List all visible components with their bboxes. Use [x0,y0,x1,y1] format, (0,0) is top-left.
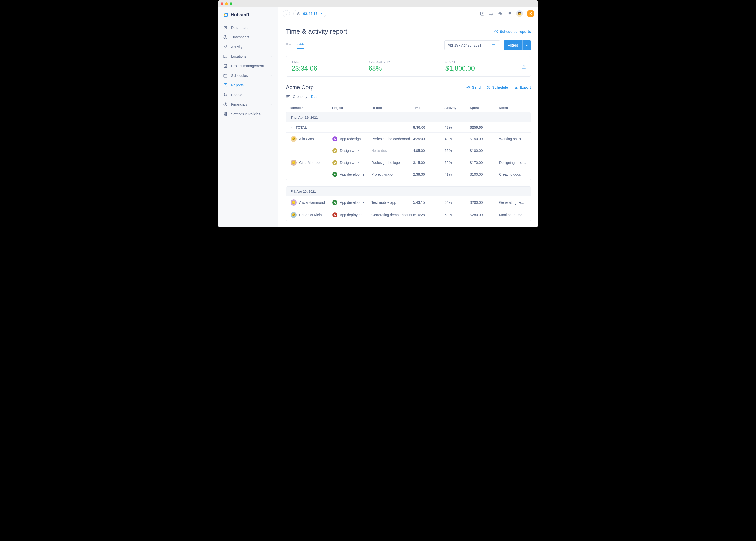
svg-rect-3 [224,74,227,77]
cell-spent: $170.00 [470,161,499,165]
group-by-value-text: Date [311,95,318,99]
sidebar: Hubstaff DashboardTimesheetsActivityLoca… [218,7,278,227]
svg-point-18 [508,13,508,14]
window-maximize-dot[interactable] [230,2,232,5]
collapse-toggle[interactable] [291,126,294,129]
total-spent: $250.00 [470,125,499,130]
cell-todo: Test mobile app [372,201,413,205]
sidebar-item-reports[interactable]: Reports [218,80,278,90]
member-name: Alicia Hammond [299,201,325,205]
project-badge: A [332,136,337,141]
chevron-right-icon [270,74,272,77]
sidebar-item-label: Schedules [231,74,270,78]
apps-grid-icon[interactable] [507,11,512,16]
cell-spent: $100.00 [470,149,499,153]
col-activity: Activity [444,106,470,110]
clipboard-check-icon [223,64,228,68]
cell-member: 🙂Alin Gros [291,136,332,142]
sidebar-item-project-management[interactable]: Project management [218,61,278,71]
cell-time: 2:38:36 [413,173,445,177]
window-close-dot[interactable] [221,2,223,5]
gift-icon[interactable] [498,11,503,16]
schedule-action[interactable]: Schedule [487,86,508,90]
sidebar-item-activity[interactable]: Activity [218,42,278,52]
svg-point-21 [508,15,508,15]
timer-value: 02:44:15 [303,12,317,16]
cell-activity: 52% [445,161,470,165]
filters-button[interactable]: Filters [504,40,531,50]
scheduled-reports-link[interactable]: Scheduled reports [494,30,531,34]
sidebar-item-settings-policies[interactable]: Settings & Policies [218,109,278,119]
calendar-icon [223,73,228,78]
chevron-right-icon [270,84,272,87]
chevron-right-icon [270,94,272,96]
tab-all[interactable]: ALL [297,42,304,49]
svg-point-16 [509,12,510,13]
tab-me[interactable]: ME [286,42,291,49]
organization-name: Acme Corp [286,84,314,91]
sidebar-item-dashboard[interactable]: Dashboard [218,23,278,32]
day-block: Fri, Apr 20, 2021🙂Alicia HammondAApp dev… [286,186,531,221]
cell-member: 🙂Gina Monroe [291,160,332,166]
cell-time: 4:25:00 [413,137,445,141]
people-icon [223,93,228,97]
chevron-right-icon [270,36,272,38]
group-by-value[interactable]: Date [311,95,323,99]
page-title: Time & activity report [286,28,347,35]
summary-spent: SPENT $1,800.00 [440,56,517,76]
summary-chart-toggle[interactable] [517,56,531,76]
sidebar-item-schedules[interactable]: Schedules [218,71,278,80]
send-action[interactable]: Send [466,86,481,90]
sidebar-item-financials[interactable]: Financials [218,100,278,109]
timer-pill[interactable]: 02:44:15 [293,10,326,17]
org-switch-button[interactable]: K [527,10,534,17]
help-icon[interactable] [480,11,484,16]
cell-notes: Creating documentation [499,173,526,177]
cell-activity: 66% [445,149,470,153]
group-by-label: Group by: [293,95,308,99]
svg-rect-25 [492,44,495,47]
svg-point-6 [226,94,227,95]
cell-todo: Project kick-off [372,173,413,177]
export-action[interactable]: Export [514,86,531,90]
svg-point-9 [225,113,226,114]
sidebar-item-timesheets[interactable]: Timesheets [218,32,278,42]
open-external-icon [320,12,323,15]
project-name: App redesign [340,137,361,141]
svg-point-20 [510,13,511,14]
scope-tabs: ME ALL [286,42,304,49]
filters-label: Filters [504,43,522,47]
cell-time: 4:05:00 [413,149,445,153]
col-member: Member [290,106,332,110]
col-project: Project [332,106,371,110]
svg-point-10 [226,115,227,115]
col-notes: Notes [499,106,526,110]
avatar: 🙂 [291,212,297,218]
cell-spent: $100.00 [470,173,499,177]
project-name: App development [340,173,368,177]
cell-todo: Generating demo account [372,213,413,217]
chevron-right-icon [270,113,272,115]
cell-activity: 64% [445,201,470,205]
cell-project: AApp deployment [332,212,372,218]
topbar: 02:44:15 🧑 K [278,7,538,20]
svg-point-15 [508,12,508,13]
sort-icon[interactable] [286,94,290,99]
bell-icon[interactable] [489,11,493,16]
cell-spent: $280.00 [470,213,499,217]
cell-project: AApp development [332,200,372,205]
svg-point-23 [510,15,511,15]
sidebar-item-locations[interactable]: Locations [218,52,278,61]
sidebar-item-label: Reports [231,83,270,87]
sidebar-item-label: Project management [231,64,270,68]
current-user-avatar[interactable]: 🧑 [516,10,523,17]
sidebar-item-people[interactable]: People [218,90,278,100]
gauge-icon [223,25,228,30]
window-minimize-dot[interactable] [225,2,228,5]
date-range-picker[interactable]: Apr 19 - Apr 25, 2021 [444,40,500,50]
brand[interactable]: Hubstaff [218,11,278,23]
window-titlebar [218,0,538,7]
schedule-label: Schedule [492,86,508,90]
back-button[interactable] [283,10,290,17]
chevron-right-icon [270,65,272,67]
